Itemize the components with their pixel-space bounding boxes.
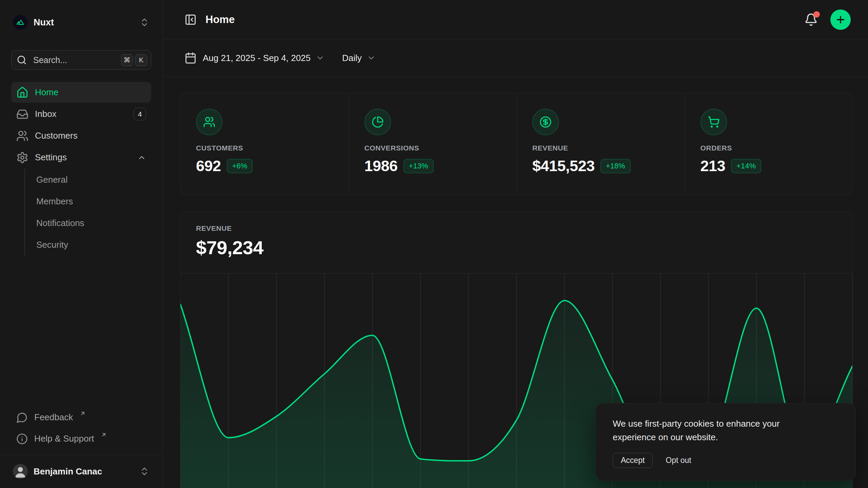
sidebar-spacer	[11, 256, 151, 407]
stat-card-orders: ORDERS 213 +14%	[685, 93, 853, 195]
sidebar-item-help-support[interactable]: Help & Support	[11, 428, 151, 449]
info-circle-icon	[16, 433, 28, 445]
circle-dollar-icon	[532, 109, 559, 135]
gear-icon	[16, 151, 28, 164]
accept-button[interactable]: Accept	[613, 453, 653, 468]
notifications-button[interactable]	[804, 13, 818, 26]
arrow-up-right-icon	[80, 410, 86, 416]
arrow-up-right-icon	[101, 432, 107, 438]
chevron-down-icon	[316, 54, 324, 62]
sidebar-item-label: Inbox	[35, 109, 57, 119]
stat-delta-badge: +18%	[600, 159, 631, 173]
sidebar-item-settings[interactable]: Settings	[11, 147, 151, 168]
sidebar-item-label: Customers	[35, 130, 78, 141]
notification-dot	[813, 11, 820, 18]
revenue-chart-label: REVENUE	[196, 224, 837, 232]
chevrons-up-down-icon	[139, 17, 150, 27]
stat-delta-badge: +13%	[403, 159, 434, 173]
page-title: Home	[205, 14, 235, 26]
stats-grid: CUSTOMERS 692 +6% CONVERSIONS 1986 +13%	[180, 93, 853, 195]
nuxt-logo	[13, 15, 28, 30]
users-icon	[196, 109, 222, 135]
stat-value: 1986	[364, 157, 398, 175]
shopping-cart-icon	[701, 109, 727, 135]
granularity-select[interactable]: Daily	[342, 53, 376, 63]
sidebar-item-label: Home	[35, 87, 58, 98]
sidebar-item-feedback[interactable]: Feedback	[11, 407, 151, 428]
sidebar: Nuxt Search... ⌘ K Home Inbox 4	[0, 0, 163, 488]
opt-out-button[interactable]: Opt out	[666, 456, 691, 465]
search-placeholder: Search...	[33, 55, 67, 65]
user-section: Benjamin Canac	[0, 455, 162, 488]
sidebar-item-label: Settings	[35, 152, 67, 163]
sidebar-item-general[interactable]: General	[36, 169, 151, 190]
sidebar-item-customers[interactable]: Customers	[11, 125, 151, 146]
stat-card-conversions: CONVERSIONS 1986 +13%	[349, 93, 517, 195]
workspace-switcher[interactable]: Nuxt	[11, 13, 151, 32]
cookie-banner: We use first-party cookies to enhance yo…	[595, 403, 856, 481]
stat-label: REVENUE	[532, 144, 669, 152]
search-input[interactable]: Search... ⌘ K	[11, 50, 151, 70]
footer-link-label: Feedback	[34, 412, 73, 423]
sidebar-item-security[interactable]: Security	[36, 234, 151, 256]
sidebar-footer: Feedback Help & Support	[11, 407, 151, 455]
user-name: Benjamin Canac	[34, 466, 102, 477]
stat-value: 213	[701, 157, 726, 175]
granularity-value: Daily	[342, 53, 362, 63]
date-range-picker[interactable]: Aug 21, 2025 - Sep 4, 2025	[184, 52, 324, 64]
filter-toolbar: Aug 21, 2025 - Sep 4, 2025 Daily	[163, 39, 868, 77]
stat-delta-badge: +6%	[227, 159, 253, 173]
inbox-count-badge: 4	[134, 108, 146, 120]
workspace-name: Nuxt	[34, 17, 54, 28]
stat-card-revenue: REVENUE $415,523 +18%	[516, 93, 685, 195]
user-menu[interactable]: Benjamin Canac	[13, 464, 150, 479]
stat-card-customers: CUSTOMERS 692 +6%	[180, 93, 349, 195]
pie-chart-icon	[364, 109, 391, 135]
stat-label: CONVERSIONS	[364, 144, 501, 152]
inbox-icon	[16, 108, 28, 120]
message-circle-icon	[16, 412, 28, 423]
revenue-chart-header: REVENUE $79,234	[180, 212, 852, 259]
house-icon	[16, 86, 28, 99]
chevrons-up-down-icon	[139, 466, 150, 476]
chevron-up-icon	[137, 153, 146, 162]
calendar-icon	[184, 52, 197, 64]
collapse-sidebar-button[interactable]	[184, 14, 197, 26]
cookie-actions: Accept Opt out	[613, 453, 839, 468]
footer-link-label: Help & Support	[34, 433, 94, 444]
stat-value: 692	[196, 157, 221, 175]
add-button[interactable]	[830, 9, 851, 30]
revenue-chart-total: $79,234	[196, 237, 837, 259]
users-icon	[16, 130, 28, 142]
search-icon	[17, 55, 27, 65]
settings-subnav: General Members Notifications Security	[24, 169, 151, 256]
sidebar-nav: Home Inbox 4 Customers Settings Genera	[11, 82, 151, 256]
stat-label: CUSTOMERS	[196, 144, 333, 152]
avatar	[13, 464, 28, 479]
header-actions	[804, 9, 851, 30]
chevron-down-icon	[367, 54, 376, 62]
sidebar-item-notifications[interactable]: Notifications	[36, 212, 151, 234]
stat-delta-badge: +14%	[731, 159, 761, 173]
stat-label: ORDERS	[701, 144, 837, 152]
search-shortcut: ⌘ K	[121, 54, 147, 66]
date-range-value: Aug 21, 2025 - Sep 4, 2025	[203, 53, 311, 63]
sidebar-item-members[interactable]: Members	[36, 190, 151, 212]
sidebar-item-home[interactable]: Home	[11, 82, 151, 103]
kbd-cmd: ⌘	[121, 54, 133, 66]
page-header: Home	[163, 0, 868, 39]
kbd-k: K	[135, 54, 147, 66]
stat-value: $415,523	[532, 157, 595, 175]
cookie-message: We use first-party cookies to enhance yo…	[613, 417, 823, 444]
sidebar-item-inbox[interactable]: Inbox 4	[11, 104, 151, 124]
